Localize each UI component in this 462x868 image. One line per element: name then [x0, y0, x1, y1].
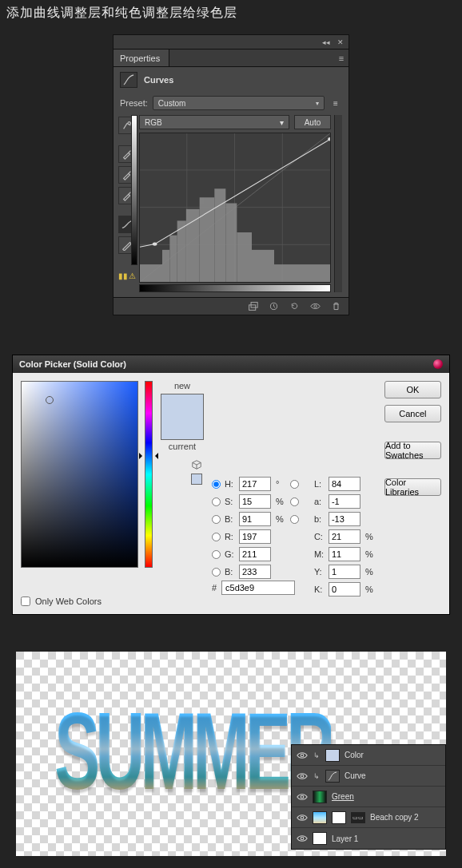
reset-icon[interactable] — [288, 300, 301, 313]
svg-rect-15 — [237, 232, 252, 282]
eye-icon[interactable] — [297, 750, 308, 761]
radio-l[interactable] — [290, 480, 299, 489]
label-c: C: — [314, 532, 327, 541]
input-y[interactable] — [329, 565, 360, 579]
hex-prefix: # — [212, 583, 217, 593]
view-previous-icon[interactable] — [267, 300, 280, 313]
panel-footer — [114, 297, 348, 315]
cancel-button[interactable]: Cancel — [384, 405, 441, 422]
hue-slider[interactable] — [145, 381, 153, 568]
layer-name[interactable]: Color — [345, 751, 440, 759]
panel-menu-icon[interactable]: ≡ — [334, 50, 348, 66]
panel-header: ◂◂ ✕ — [114, 35, 348, 50]
label-r: R: — [225, 532, 237, 541]
only-web-colors-label: Only Web Colors — [35, 597, 102, 606]
clip-to-layer-icon[interactable] — [246, 300, 259, 313]
trash-icon[interactable] — [329, 300, 342, 313]
ok-button[interactable]: OK — [384, 381, 441, 398]
radio-s[interactable] — [212, 497, 221, 506]
dialog-titlebar[interactable]: Color Picker (Solid Color) — [13, 355, 449, 373]
layers-panel: ↳ Color ↳ Curve Green ▭▭ Beach copy 2 La… — [291, 744, 446, 850]
input-a[interactable] — [329, 494, 360, 509]
close-icon[interactable]: ✕ — [336, 38, 345, 47]
svg-rect-11 — [186, 209, 200, 282]
layer-row[interactable]: ↳ Color — [292, 745, 445, 766]
radio-r[interactable] — [212, 533, 221, 541]
input-m[interactable] — [329, 547, 360, 561]
radio-bb[interactable] — [212, 568, 221, 577]
panel-scrollbar[interactable] — [334, 115, 342, 292]
layer-row[interactable]: ↳ Curve — [292, 766, 445, 787]
panel-tabbar: Properties ≡ — [114, 50, 348, 67]
layer-name[interactable]: Beach copy 2 — [370, 813, 440, 822]
radio-a[interactable] — [290, 497, 299, 506]
eye-icon[interactable] — [297, 771, 308, 782]
svg-point-28 — [301, 837, 304, 840]
layer-thumb — [325, 749, 340, 762]
dialog-title: Color Picker (Solid Color) — [19, 359, 126, 369]
current-label: current — [169, 442, 196, 451]
layer-thumb — [325, 770, 340, 783]
layer-row[interactable]: ▭▭ Beach copy 2 — [292, 807, 445, 828]
curves-icon — [120, 72, 137, 88]
unit-c: % — [365, 532, 378, 541]
clip-indicator-icon: ↳ — [313, 772, 321, 780]
input-l[interactable] — [329, 477, 360, 491]
saturation-value-field[interactable] — [21, 381, 138, 568]
unit-y: % — [365, 567, 378, 577]
input-hex[interactable] — [221, 581, 295, 595]
chevron-down-icon: ▾ — [280, 118, 284, 127]
label-bb: B: — [225, 567, 237, 577]
tab-properties[interactable]: Properties — [114, 50, 169, 67]
layer-name[interactable]: Green — [332, 792, 440, 801]
layer-row[interactable]: Green — [292, 787, 445, 807]
layer-name[interactable]: Curve — [345, 771, 440, 780]
input-h[interactable] — [239, 477, 271, 491]
radio-b[interactable] — [290, 515, 299, 524]
collapse-icon[interactable]: ◂◂ — [321, 38, 331, 47]
add-swatch-button[interactable]: Add to Swatches — [384, 442, 441, 459]
input-c[interactable] — [329, 529, 360, 544]
histogram-warning-icon[interactable]: ▮▮⚠ — [118, 268, 136, 283]
input-k[interactable] — [329, 582, 360, 597]
layer-thumb — [313, 832, 327, 845]
layer-row[interactable]: Layer 1 — [292, 828, 445, 849]
input-bb[interactable] — [239, 565, 271, 579]
input-s[interactable] — [239, 494, 271, 509]
svg-rect-7 — [140, 264, 162, 282]
swatch-current — [161, 417, 203, 439]
input-bv[interactable] — [239, 512, 271, 526]
channel-select[interactable]: RGB ▾ — [139, 115, 289, 129]
input-g[interactable] — [239, 547, 271, 561]
unit-h: ° — [276, 479, 289, 489]
input-r[interactable] — [239, 529, 271, 544]
preset-select[interactable]: Custom ▾ — [153, 96, 325, 110]
radio-bv[interactable] — [212, 515, 221, 524]
label-g: G: — [225, 549, 237, 559]
svg-point-25 — [301, 775, 304, 778]
svg-rect-16 — [252, 250, 274, 282]
svg-point-27 — [301, 816, 304, 819]
swatch-pair — [161, 394, 204, 440]
preset-menu-icon[interactable]: ≡ — [329, 97, 342, 109]
gamut-warning-icon[interactable] — [191, 459, 202, 470]
label-h: H: — [225, 479, 237, 489]
color-libraries-button[interactable]: Color Libraries — [384, 478, 441, 496]
page-caption: 添加曲线调整层和纯色调整层给绿色层 — [0, 0, 462, 30]
radio-g[interactable] — [212, 550, 221, 559]
eye-icon[interactable] — [297, 791, 308, 803]
preset-value: Custom — [158, 99, 185, 108]
only-web-colors-checkbox[interactable] — [21, 597, 30, 606]
svg-rect-8 — [162, 250, 169, 282]
eye-icon[interactable] — [297, 833, 308, 844]
input-b[interactable] — [329, 512, 360, 526]
radio-h[interactable] — [212, 480, 221, 489]
layer-name[interactable]: Layer 1 — [332, 834, 440, 843]
websafe-swatch[interactable] — [191, 474, 202, 485]
auto-button[interactable]: Auto — [294, 115, 331, 129]
preset-label: Preset: — [120, 98, 148, 108]
visibility-icon[interactable] — [309, 300, 321, 313]
clip-indicator-icon: ↳ — [313, 751, 321, 759]
curves-graph[interactable] — [139, 133, 331, 283]
eye-icon[interactable] — [297, 812, 308, 823]
